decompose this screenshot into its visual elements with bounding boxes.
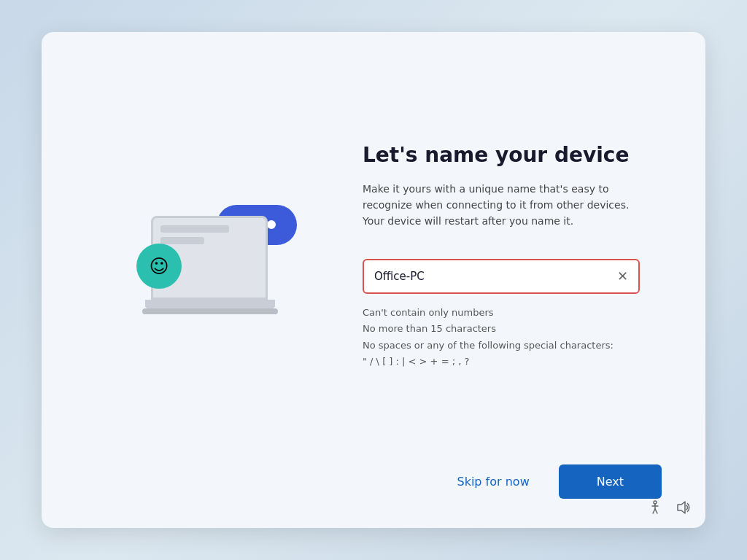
card-footer: Skip for now Next (42, 450, 705, 528)
right-content: Let's name your device Make it yours wit… (333, 142, 647, 369)
skip-button[interactable]: Skip for now (443, 466, 544, 497)
next-button[interactable]: Next (559, 464, 662, 499)
rule-max-chars: No more than 15 characters (363, 322, 647, 336)
rule-no-spaces: No spaces or any of the following specia… (363, 338, 647, 353)
rule-special-chars: " / \ [ ] : | < > + = ; , ? (363, 354, 647, 369)
device-name-input[interactable] (363, 259, 640, 294)
laptop-base (145, 300, 275, 308)
page-title: Let's name your device (363, 142, 647, 168)
setup-card: ☺ Let's name your device Make it yours w… (42, 32, 705, 528)
svg-marker-5 (678, 502, 685, 513)
sound-icon[interactable] (675, 499, 691, 519)
laptop-line-1 (160, 225, 229, 233)
clear-icon: ✕ (617, 268, 628, 284)
laptop-line-2 (160, 237, 204, 244)
accessibility-icon[interactable] (647, 499, 663, 519)
bottom-bar (647, 499, 691, 519)
illustration-area: ☺ (100, 183, 333, 329)
page-description: Make it yours with a unique name that's … (363, 181, 632, 230)
card-content: ☺ Let's name your device Make it yours w… (42, 32, 705, 450)
rule-no-numbers: Can't contain only numbers (363, 306, 647, 320)
clear-button[interactable]: ✕ (614, 268, 631, 285)
validation-rules: Can't contain only numbers No more than … (363, 306, 647, 369)
laptop-illustration: ☺ (129, 183, 304, 329)
svg-line-4 (655, 509, 657, 513)
bubble-dot-3 (267, 220, 276, 229)
laptop-foot (142, 308, 278, 314)
input-wrapper: ✕ (363, 259, 640, 294)
emoji-face: ☺ (136, 244, 182, 289)
svg-line-3 (653, 509, 655, 513)
